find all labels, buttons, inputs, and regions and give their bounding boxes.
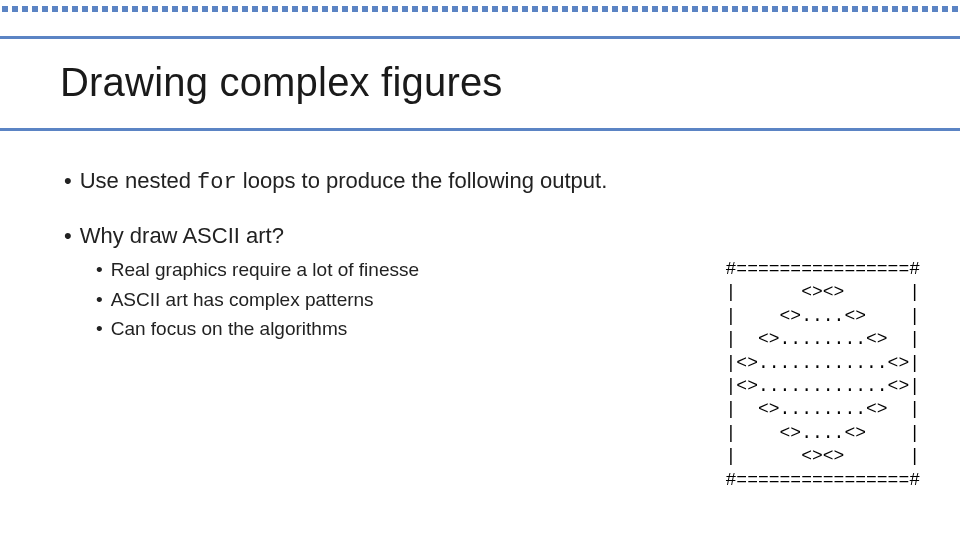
sub-bullet-text: Can focus on the algorithms [111, 316, 348, 342]
sub-bullet-text: ASCII art has complex patterns [111, 287, 374, 313]
bullet-text-suffix: loops to produce the following output. [237, 168, 608, 193]
bullet-icon: • [96, 257, 103, 283]
slide-title: Drawing complex figures [60, 60, 503, 105]
bullet-use-nested-for: • Use nested for loops to produce the fo… [64, 168, 920, 195]
code-for: for [197, 170, 237, 195]
slide: Drawing complex figures • Use nested for… [0, 0, 960, 540]
divider-lower [0, 128, 960, 131]
bullet-icon: • [64, 223, 72, 249]
bullet-why-ascii: • Why draw ASCII art? [64, 223, 920, 249]
sub-bullet-text: Real graphics require a lot of finesse [111, 257, 419, 283]
divider-upper [0, 36, 960, 39]
bullet-icon: • [96, 316, 103, 342]
ascii-art-output: #================# | <><> | | <>....<> |… [726, 258, 920, 492]
bullet-icon: • [96, 287, 103, 313]
decorative-top-dots [0, 6, 960, 12]
bullet-icon: • [64, 168, 72, 194]
bullet-text: Why draw ASCII art? [80, 223, 284, 249]
bullet-text-prefix: Use nested [80, 168, 197, 193]
